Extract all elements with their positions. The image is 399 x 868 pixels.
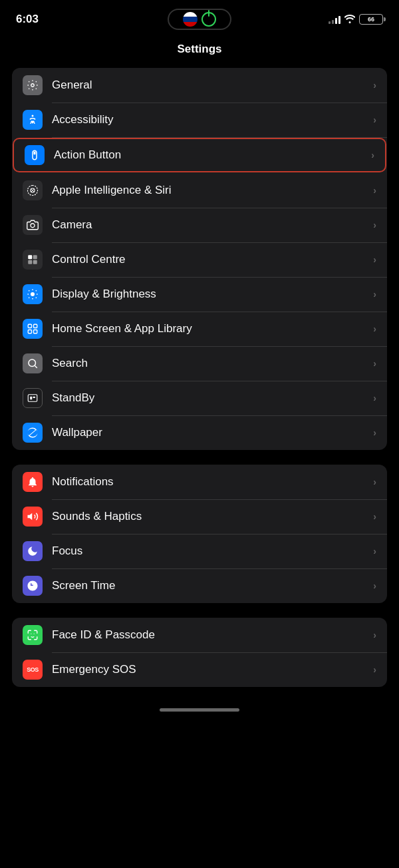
settings-item-control-centre[interactable]: Control Centre › [12,242,387,277]
svg-point-4 [31,224,35,228]
status-bar: 6:03 66 [0,0,399,35]
svg-rect-13 [34,330,37,333]
faceid-icon [23,625,43,645]
page-title: Settings [0,35,399,68]
power-icon [201,12,216,27]
control-centre-chevron: › [373,254,376,265]
svg-rect-10 [28,324,31,327]
battery-icon: 66 [359,14,383,25]
svg-marker-18 [28,513,33,521]
home-screen-chevron: › [373,324,376,334]
settings-group-3: Face ID & Passcode › SOS Emergency SOS › [12,618,387,687]
home-screen-icon [23,319,43,339]
svg-rect-16 [30,397,32,400]
signal-icon [329,15,340,24]
standby-label: StandBy [52,391,373,405]
flag-icon [183,12,198,27]
svg-rect-15 [28,395,37,402]
wallpaper-icon [23,423,43,443]
settings-item-wallpaper[interactable]: Wallpaper › [12,415,387,450]
settings-item-general[interactable]: General › [12,68,387,103]
dynamic-island [168,9,231,30]
search-label: Search [52,357,373,370]
settings-item-screentime[interactable]: Screen Time › [12,568,387,603]
svg-point-14 [29,359,36,367]
svg-rect-17 [33,397,35,398]
screentime-chevron: › [373,580,376,591]
apple-intelligence-label: Apple Intelligence & Siri [52,184,373,197]
control-centre-label: Control Centre [52,253,373,266]
screentime-icon [23,576,43,596]
wallpaper-chevron: › [373,427,376,438]
sounds-icon [23,507,43,527]
notifications-label: Notifications [52,475,373,489]
wallpaper-label: Wallpaper [52,426,373,439]
action-button-icon [25,145,45,165]
notifications-chevron: › [373,477,376,487]
svg-rect-6 [33,255,37,259]
display-brightness-chevron: › [373,289,376,300]
focus-icon [23,541,43,561]
svg-point-0 [31,84,35,87]
search-icon [23,353,43,373]
settings-item-accessibility[interactable]: Accessibility › [12,103,387,137]
screentime-label: Screen Time [52,579,373,592]
settings-group-2: Notifications › Sounds & Haptics › Focus… [12,465,387,603]
standby-chevron: › [373,393,376,403]
svg-rect-11 [34,324,37,327]
settings-item-camera[interactable]: Camera › [12,208,387,242]
home-screen-label: Home Screen & App Library [52,322,373,335]
faceid-chevron: › [373,630,376,640]
camera-label: Camera [52,218,373,232]
general-icon [23,75,43,95]
status-time: 6:03 [16,13,39,26]
settings-item-search[interactable]: Search › [12,346,387,381]
settings-item-apple-intelligence[interactable]: Apple Intelligence & Siri › [12,173,387,208]
faceid-label: Face ID & Passcode [52,628,373,642]
settings-item-display-brightness[interactable]: Display & Brightness › [12,277,387,312]
settings-item-action-button[interactable]: Action Button › [13,138,386,172]
search-chevron: › [373,358,376,369]
settings-item-faceid[interactable]: Face ID & Passcode › [12,618,387,652]
svg-point-9 [31,292,35,296]
control-centre-icon [23,250,43,270]
settings-group-1: General › Accessibility › Action Button … [12,68,387,450]
svg-rect-2 [34,152,36,155]
siri-icon [23,180,43,200]
sos-icon: SOS [23,660,43,680]
status-right: 66 [329,14,383,25]
wifi-icon [344,14,355,25]
notifications-icon [23,472,43,492]
standby-icon [23,388,43,408]
camera-icon [23,215,43,235]
sos-label: Emergency SOS [52,663,373,676]
settings-item-focus[interactable]: Focus › [12,534,387,568]
settings-item-sounds[interactable]: Sounds & Haptics › [12,499,387,534]
display-brightness-icon [23,284,43,304]
settings-item-home-screen[interactable]: Home Screen & App Library › [12,312,387,346]
svg-rect-8 [33,260,37,264]
sounds-label: Sounds & Haptics [52,510,373,523]
home-indicator [0,702,399,722]
general-chevron: › [373,80,376,91]
display-brightness-label: Display & Brightness [52,288,373,301]
sounds-chevron: › [373,511,376,522]
camera-chevron: › [373,220,376,230]
svg-rect-5 [28,255,32,259]
general-label: General [52,79,373,92]
accessibility-label: Accessibility [52,113,373,126]
focus-chevron: › [373,546,376,556]
accessibility-chevron: › [373,114,376,125]
svg-rect-12 [28,330,31,333]
action-button-label: Action Button [54,148,371,162]
svg-rect-7 [28,260,32,264]
action-button-chevron: › [371,150,374,160]
focus-label: Focus [52,544,373,558]
svg-point-1 [32,115,34,117]
sos-chevron: › [373,664,376,675]
settings-item-emergency-sos[interactable]: SOS Emergency SOS › [12,652,387,687]
settings-item-standby[interactable]: StandBy › [12,381,387,415]
accessibility-icon [23,110,43,130]
settings-item-notifications[interactable]: Notifications › [12,465,387,499]
apple-intelligence-chevron: › [373,185,376,196]
